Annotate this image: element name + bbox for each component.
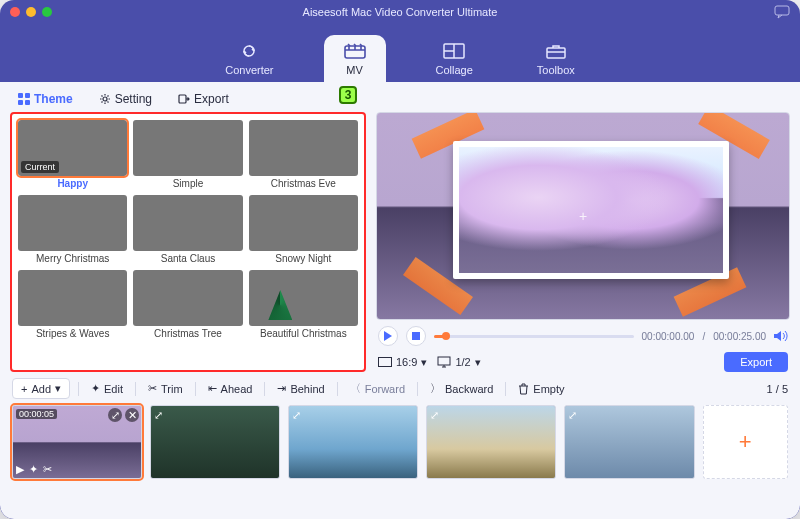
current-tag: Current [21, 161, 59, 173]
behind-button[interactable]: ⇥ Behind [273, 379, 328, 398]
ahead-button[interactable]: ⇤ Ahead [204, 379, 257, 398]
svg-rect-11 [412, 332, 420, 340]
add-button[interactable]: + Add ▾ [12, 378, 70, 399]
tab-label: MV [346, 64, 363, 76]
theme-item[interactable]: Simple [133, 120, 242, 189]
trim-button[interactable]: ✂ Trim [144, 379, 187, 398]
aspect-ratio-label: 16:9 [396, 356, 417, 368]
svg-rect-12 [379, 358, 392, 367]
volume-icon[interactable] [774, 330, 788, 342]
toolbox-icon [543, 41, 569, 61]
theme-item[interactable]: Christmas Tree [133, 270, 242, 339]
subtab-theme[interactable]: Theme [14, 90, 77, 108]
expand-icon[interactable]: ⤢ [108, 408, 122, 422]
subtab-setting[interactable]: Setting [95, 90, 156, 108]
theme-item[interactable]: Christmas Eve [249, 120, 358, 189]
main-nav: Converter MV Collage Toolbox [0, 24, 800, 82]
backward-icon: 〉 [430, 381, 441, 396]
play-button[interactable] [378, 326, 398, 346]
timeline-clip[interactable]: ⤢ [150, 405, 280, 479]
gear-icon [99, 93, 111, 105]
wand-icon[interactable]: ✦ [29, 463, 38, 476]
theme-item[interactable]: CurrentHappy [18, 120, 127, 189]
tab-converter[interactable]: Converter [211, 35, 287, 82]
ahead-icon: ⇤ [208, 382, 217, 395]
maximize-window-button[interactable] [42, 7, 52, 17]
grid-icon [18, 93, 30, 105]
tab-collage[interactable]: Collage [422, 35, 487, 82]
screen-select[interactable]: 1/2 ▾ [437, 356, 480, 369]
expand-icon[interactable]: ⤢ [292, 409, 301, 422]
window-title: Aiseesoft Mac Video Converter Ultimate [303, 6, 498, 18]
main-area: CurrentHappySimpleChristmas EveMerry Chr… [10, 112, 790, 372]
svg-rect-4 [547, 48, 565, 58]
forward-button[interactable]: 〈 Forward [346, 378, 409, 399]
feedback-icon[interactable] [774, 5, 790, 19]
theme-thumb [133, 270, 242, 326]
preview-panel: + 00:00:00.00/00:00:25.00 [376, 112, 790, 372]
timeline-clip[interactable]: ⤢ [564, 405, 694, 479]
theme-label: Christmas Eve [271, 178, 336, 189]
timeline[interactable]: 00:00:05⤢✕▶✦✂⤢⤢⤢⤢+ [10, 405, 790, 481]
theme-label: Beautiful Christmas [260, 328, 347, 339]
scissors-icon[interactable]: ✂ [43, 463, 52, 476]
svg-rect-7 [18, 100, 23, 105]
expand-icon[interactable]: ⤢ [430, 409, 439, 422]
theme-label: Snowy Night [275, 253, 331, 264]
theme-item[interactable]: Merry Christmas [18, 195, 127, 264]
edit-button[interactable]: ✦ Edit [87, 379, 127, 398]
player-controls: 00:00:00.00/00:00:25.00 [376, 320, 790, 348]
theme-label: Santa Claus [161, 253, 215, 264]
tab-label: Converter [225, 64, 273, 76]
clip-duration: 00:00:05 [16, 409, 57, 419]
theme-item[interactable]: Stripes & Waves [18, 270, 127, 339]
theme-item[interactable]: Beautiful Christmas [249, 270, 358, 339]
theme-thumb: Current [18, 120, 127, 176]
aspect-ratio-select[interactable]: 16:9 ▾ [378, 356, 427, 369]
theme-thumb [18, 270, 127, 326]
plus-icon: + [21, 383, 27, 395]
theme-grid: CurrentHappySimpleChristmas EveMerry Chr… [18, 120, 358, 339]
theme-item[interactable]: Santa Claus [133, 195, 242, 264]
empty-button[interactable]: Empty [514, 380, 568, 398]
window-controls [10, 7, 52, 17]
tab-label: Toolbox [537, 64, 575, 76]
theme-label: Simple [173, 178, 204, 189]
subtab-export[interactable]: Export [174, 90, 233, 108]
seek-bar[interactable] [434, 335, 634, 338]
stop-button[interactable] [406, 326, 426, 346]
clip-toolbar: + Add ▾ ✦ Edit ✂ Trim ⇤ Ahead ⇥ Behi [10, 372, 790, 405]
theme-label: Merry Christmas [36, 253, 109, 264]
titlebar: Aiseesoft Mac Video Converter Ultimate [0, 0, 800, 24]
export-icon [178, 93, 190, 105]
scissors-icon: ✂ [148, 382, 157, 395]
theme-panel[interactable]: CurrentHappySimpleChristmas EveMerry Chr… [10, 112, 366, 372]
svg-rect-10 [179, 95, 186, 103]
export-button[interactable]: Export [724, 352, 788, 372]
theme-label: Stripes & Waves [36, 328, 110, 339]
backward-button[interactable]: 〉 Backward [426, 378, 497, 399]
preview-viewport[interactable]: + [376, 112, 790, 320]
theme-thumb [249, 270, 358, 326]
close-window-button[interactable] [10, 7, 20, 17]
svg-rect-5 [18, 93, 23, 98]
expand-icon[interactable]: ⤢ [568, 409, 577, 422]
tab-label: Collage [436, 64, 473, 76]
theme-item[interactable]: Snowy Night [249, 195, 358, 264]
remove-clip-icon[interactable]: ✕ [125, 408, 139, 422]
theme-label: Christmas Tree [154, 328, 222, 339]
add-clip-button[interactable]: + [703, 405, 788, 479]
tab-toolbox[interactable]: Toolbox [523, 35, 589, 82]
svg-rect-0 [775, 6, 789, 15]
tab-mv[interactable]: MV [324, 35, 386, 82]
expand-icon[interactable]: ⤢ [154, 409, 163, 422]
svg-rect-13 [438, 357, 450, 365]
minimize-window-button[interactable] [26, 7, 36, 17]
timeline-clip[interactable]: 00:00:05⤢✕▶✦✂ [12, 405, 142, 479]
theme-label: Happy [57, 178, 88, 189]
play-clip-icon[interactable]: ▶ [16, 463, 24, 476]
time-total: 00:00:25.00 [713, 331, 766, 342]
crosshair-icon: + [576, 209, 590, 223]
timeline-clip[interactable]: ⤢ [426, 405, 556, 479]
timeline-clip[interactable]: ⤢ [288, 405, 418, 479]
